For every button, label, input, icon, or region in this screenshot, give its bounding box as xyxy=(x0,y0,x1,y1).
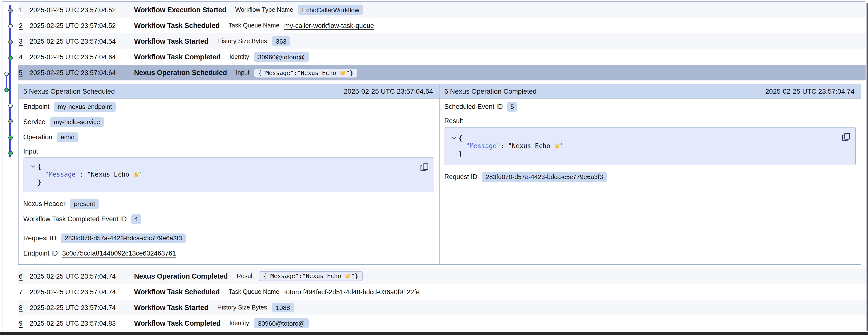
attribute-value-chip: my-nexus-endpoint xyxy=(54,102,116,112)
event-timestamp: 2025-02-25 UTC 23:57:04.74 xyxy=(30,273,126,280)
event-row-9[interactable]: 92025-02-25 UTC 23:57:04.83Workflow Task… xyxy=(18,315,865,331)
json-payload-viewer: {"Message": "Nexus Echo "} xyxy=(23,158,434,192)
event-rows-top: 12025-02-25 UTC 23:57:04.52Workflow Exec… xyxy=(18,2,865,80)
chevron-down-icon[interactable] xyxy=(452,134,459,142)
detail-field: Scheduled Event ID5 xyxy=(444,99,856,114)
event-id-link[interactable]: 5 xyxy=(19,69,29,76)
chevron-down-icon[interactable] xyxy=(31,163,37,171)
event-attribute-value: 1088 xyxy=(272,303,294,312)
detail-field: Workflow Task Completed Event ID4 xyxy=(23,212,434,227)
detail-field-label: Service xyxy=(23,118,45,125)
attribute-value-chip: echo xyxy=(57,132,79,142)
event-attribute-label: Identity xyxy=(229,320,249,327)
timeline-event-dot-scheduled[interactable] xyxy=(8,24,12,28)
event-timestamp: 2025-02-25 UTC 23:57:04.54 xyxy=(30,37,126,45)
timeline-event-dot-completed[interactable] xyxy=(4,88,9,92)
detail-field-label: Scheduled Event ID xyxy=(444,103,503,110)
timeline-event-dot-completed[interactable] xyxy=(8,135,12,140)
event-row-6[interactable]: 62025-02-25 UTC 23:57:04.74Nexus Operati… xyxy=(18,268,865,284)
event-attribute-value: EchoCallerWorkflow xyxy=(298,5,363,15)
event-timestamp: 2025-02-25 UTC 23:57:04.83 xyxy=(30,319,126,327)
timeline-branch-line xyxy=(6,74,7,90)
event-name: Workflow Task Completed xyxy=(134,53,221,61)
event-timestamp: 2025-02-25 UTC 23:57:04.64 xyxy=(30,53,126,61)
attribute-value-chip: 1088 xyxy=(272,303,294,312)
panel-header: 6 Nexus Operation Completed 2025-02-25 U… xyxy=(439,84,860,99)
detail-field-label: Input xyxy=(23,145,434,158)
event-row-7[interactable]: 72025-02-25 UTC 23:57:04.74Workflow Task… xyxy=(18,284,865,300)
scrollbar-thumb[interactable] xyxy=(866,3,868,331)
waving-hand-emoji xyxy=(345,273,351,279)
json-payload-viewer: {"Message": "Nexus Echo "} xyxy=(444,127,856,165)
event-detail-panels: 5 Nexus Operation Scheduled 2025-02-25 U… xyxy=(18,84,861,265)
event-id-link[interactable]: 7 xyxy=(19,288,29,296)
timeline-event-dot-scheduled[interactable] xyxy=(8,104,12,108)
copy-button[interactable] xyxy=(420,163,429,172)
timeline-event-dot-completed[interactable] xyxy=(8,56,12,60)
event-row-3[interactable]: 32025-02-25 UTC 23:57:04.54Workflow Task… xyxy=(18,33,865,49)
json-key: "Message" xyxy=(45,171,80,178)
event-row-2[interactable]: 22025-02-25 UTC 23:57:04.52Workflow Task… xyxy=(18,18,865,33)
attribute-value-chip: 283fd070-d57a-4423-bdca-c5c779e6a3f3 xyxy=(61,233,186,243)
attribute-value-link[interactable]: 3c0c75ccfa8144b092c13ce632463761 xyxy=(62,250,176,257)
scrollbar[interactable] xyxy=(865,2,868,331)
event-attribute-value: 30960@totoro@ xyxy=(254,318,309,328)
event-attribute-label: Task Queue Name xyxy=(229,288,279,295)
json-line: } xyxy=(31,179,428,187)
copy-button[interactable] xyxy=(841,133,850,141)
detail-field-label: Request ID xyxy=(444,173,477,180)
waving-hand-emoji xyxy=(340,69,346,76)
panel-body: Endpointmy-nexus-endpointServicemy-hello… xyxy=(19,99,439,261)
json-key: "Message" xyxy=(466,142,500,149)
attribute-value-link[interactable]: totoro:f494fecf-2d51-4d48-bdcd-036a0f912… xyxy=(284,288,420,296)
event-row-5[interactable]: 52025-02-25 UTC 23:57:04.64Nexus Operati… xyxy=(18,65,865,80)
detail-field: Nexus Headerpresent xyxy=(23,196,434,212)
attribute-value-chip: 4 xyxy=(131,214,141,224)
event-row-8[interactable]: 82025-02-25 UTC 23:57:04.74Workflow Task… xyxy=(18,300,865,315)
detail-field: Request ID283fd070-d57a-4423-bdca-c5c779… xyxy=(444,169,856,185)
event-id-link[interactable]: 8 xyxy=(19,304,29,311)
attribute-value-chip: 5 xyxy=(507,102,517,112)
timeline-event-dot-neutral[interactable] xyxy=(8,40,12,45)
panel-body: Scheduled Event ID5Result{"Message": "Ne… xyxy=(439,99,860,185)
event-timestamp: 2025-02-25 UTC 23:57:04.74 xyxy=(30,304,126,311)
event-attribute-label: Identity xyxy=(229,53,249,60)
waving-hand-emoji xyxy=(554,143,560,149)
timeline-event-dot-completed[interactable] xyxy=(8,151,12,156)
event-name: Workflow Task Started xyxy=(134,304,209,311)
event-name: Nexus Operation Completed xyxy=(134,272,228,280)
event-attribute-value: 363 xyxy=(272,36,290,46)
detail-field-label: Result xyxy=(444,114,856,127)
event-attribute-label: History Size Bytes xyxy=(217,38,267,45)
attribute-value-chip: EchoCallerWorkflow xyxy=(298,5,363,15)
event-id-link[interactable]: 1 xyxy=(19,6,29,13)
event-rows-bottom: 62025-02-25 UTC 23:57:04.74Nexus Operati… xyxy=(18,268,865,331)
event-detail-panel-scheduled: 5 Nexus Operation Scheduled 2025-02-25 U… xyxy=(19,84,439,264)
event-id-link[interactable]: 2 xyxy=(19,22,29,29)
event-attribute-value: {"Message":"Nexus Echo "} xyxy=(259,271,363,281)
detail-field: Endpoint ID3c0c75ccfa8144b092c13ce632463… xyxy=(23,246,434,261)
event-name: Workflow Task Scheduled xyxy=(134,288,220,296)
event-id-link[interactable]: 9 xyxy=(19,319,29,327)
attribute-value-json-chip: {"Message":"Nexus Echo "} xyxy=(254,68,357,77)
attribute-value-link[interactable]: my-caller-workflow-task-queue xyxy=(284,22,374,29)
timeline-event-dot-scheduled[interactable] xyxy=(4,72,9,76)
event-name: Workflow Execution Started xyxy=(134,6,226,14)
event-attribute-value: my-caller-workflow-task-queue xyxy=(284,21,374,30)
event-attribute-value: totoro:f494fecf-2d51-4d48-bdcd-036a0f912… xyxy=(284,287,420,296)
event-id-link[interactable]: 6 xyxy=(19,273,29,280)
event-row-1[interactable]: 12025-02-25 UTC 23:57:04.52Workflow Exec… xyxy=(18,2,865,18)
panel-title: 6 Nexus Operation Completed xyxy=(444,87,537,95)
attribute-value-chip: my-hello-service xyxy=(50,117,104,127)
event-attribute-label: History Size Bytes xyxy=(217,304,267,311)
timeline-event-dot-neutral[interactable] xyxy=(8,119,12,124)
event-id-link[interactable]: 3 xyxy=(19,37,29,45)
event-id-link[interactable]: 4 xyxy=(19,53,29,61)
event-name: Workflow Task Started xyxy=(134,37,209,45)
event-row-4[interactable]: 42025-02-25 UTC 23:57:04.64Workflow Task… xyxy=(18,49,865,65)
attribute-value-chip: 30960@totoro@ xyxy=(254,318,309,328)
detail-field-label: Workflow Task Completed Event ID xyxy=(23,215,127,223)
timeline-event-dot-neutral[interactable] xyxy=(8,8,12,12)
event-timestamp: 2025-02-25 UTC 23:57:04.64 xyxy=(30,69,126,76)
event-attribute-value: {"Message":"Nexus Echo "} xyxy=(254,68,357,77)
